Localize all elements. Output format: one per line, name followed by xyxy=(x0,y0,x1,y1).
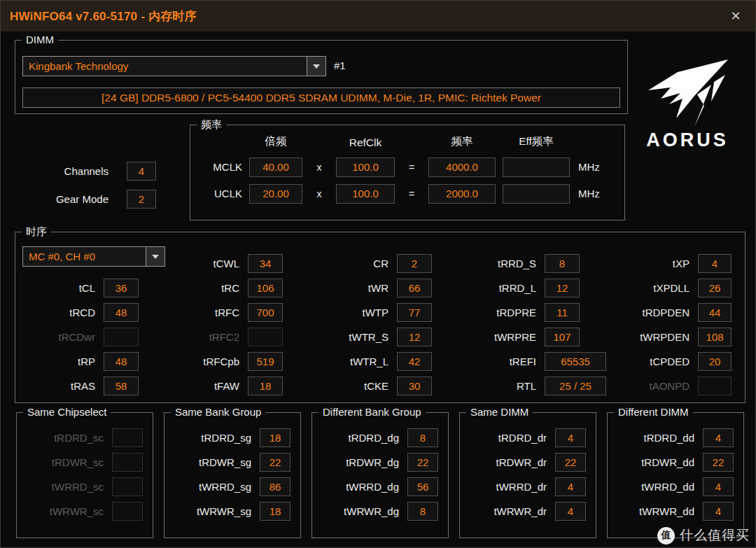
mclk-effective-frequency-value xyxy=(503,157,570,177)
group-title: Different Bank Group xyxy=(318,406,426,418)
timing-value: 519 xyxy=(248,352,283,371)
chevron-down-icon[interactable] xyxy=(146,247,164,266)
timing-cell: tRCD 48 xyxy=(32,303,139,322)
timing-row: tRDRD_sg 18 xyxy=(170,428,290,447)
group-same-bank-group: Same Bank Group tRDRD_sg 18 tRDWR_sg 22 … xyxy=(164,412,301,538)
timing-label: tWRWR_sg xyxy=(170,505,251,517)
timing-label: tWRWR_sc xyxy=(22,505,104,517)
timing-label: tXPDLL xyxy=(626,282,690,294)
group-title: Different DIMM xyxy=(614,406,693,418)
channels-row: Channels 4 xyxy=(40,162,156,181)
timing-label: tWRRD_sc xyxy=(22,481,104,493)
hwinfo-memory-timings-window: HWiNFO64 v7.60-5170 - 内存时序 ✕ DIMM Kingba… xyxy=(0,0,756,548)
timing-column-5: tXP 4 tXPDLL 26 tRDPDEN 44 tWRPDEN 108 t… xyxy=(626,254,732,401)
timing-value: 4 xyxy=(555,477,586,496)
timing-cell: tRFCpb 519 xyxy=(176,352,283,371)
timing-cell: tRP 48 xyxy=(32,352,139,371)
multiply-operator: x xyxy=(309,188,329,199)
timing-label: tWRWR_dg xyxy=(318,505,399,517)
timing-value: 77 xyxy=(397,303,432,322)
timing-row: tRDRD_dd 4 xyxy=(613,428,734,447)
timing-label: tCL xyxy=(32,282,95,294)
timing-value: 4 xyxy=(703,502,734,521)
timing-row: tWRWR_sc xyxy=(22,502,143,521)
timing-label: tRFCpb xyxy=(176,356,239,367)
timing-value xyxy=(112,477,143,496)
timing-row: tWRRD_sg 86 xyxy=(170,477,290,496)
aorus-wordmark: AORUS xyxy=(646,129,729,151)
timing-row: tRDWR_dg 22 xyxy=(318,453,438,472)
timing-value: 34 xyxy=(248,254,283,273)
gear-mode-value: 2 xyxy=(127,190,156,209)
smzdm-watermark-text: 什么值得买 xyxy=(680,526,750,545)
timing-cell: CR 2 xyxy=(326,254,432,273)
timing-value: 8 xyxy=(545,254,580,273)
timing-row: tRDWR_sg 22 xyxy=(170,453,290,472)
frequency-group: 频率 倍频 RefClk 频率 Eff频率 MCLK 40.00 x 100.0… xyxy=(190,125,625,220)
group-same-dimm: Same DIMM tRDRD_dr 4 tRDWR_dr 22 tWRRD_d… xyxy=(459,412,596,538)
timing-label: RTL xyxy=(473,380,536,392)
timing-cell: tRFC2 xyxy=(176,328,283,346)
close-icon[interactable]: ✕ xyxy=(725,6,746,27)
timing-label: tRDWR_dr xyxy=(465,456,547,468)
timing-label: tWRPRE xyxy=(473,331,536,343)
timing-value: 4 xyxy=(703,428,734,447)
timing-cell: tWTR_S 12 xyxy=(326,328,432,346)
mclk-multiplier-value: 40.00 xyxy=(249,157,302,177)
timing-label: tFAW xyxy=(176,380,239,392)
timing-cell: tRDPRE 11 xyxy=(473,303,606,322)
dimm-selector[interactable]: Kingbank Technology xyxy=(22,56,326,76)
timing-value: 56 xyxy=(407,477,438,496)
equals-operator: = xyxy=(402,162,421,173)
timing-value xyxy=(112,453,143,472)
timing-value: 108 xyxy=(698,328,732,346)
timing-value: 30 xyxy=(397,377,432,395)
timing-label: tRFC2 xyxy=(176,331,239,343)
timings-group-label: 时序 xyxy=(22,225,51,239)
timing-row: tWRRD_dd 4 xyxy=(613,477,734,496)
uclk-multiplier-value: 20.00 xyxy=(249,184,302,204)
header-effective-frequency: Eff频率 xyxy=(503,134,570,150)
timing-value: 18 xyxy=(260,428,290,447)
uclk-refclk-value: 100.0 xyxy=(336,184,395,204)
timing-row: tRDWR_sc xyxy=(22,453,143,472)
timing-cell: tRAS 58 xyxy=(32,377,139,395)
timing-cell: tRC 106 xyxy=(176,279,283,297)
timing-row: tRDRD_dg 8 xyxy=(318,428,438,447)
timing-value: 42 xyxy=(397,352,432,371)
timing-cell: tCKE 30 xyxy=(326,377,432,395)
group-different-dimm: Different DIMM tRDRD_dd 4 tRDWR_dd 22 tW… xyxy=(607,412,744,538)
aorus-logo: AORUS xyxy=(633,58,742,151)
timing-label: tRDRD_sg xyxy=(170,432,251,444)
timing-row: tRDWR_dr 22 xyxy=(465,453,586,472)
timing-value: 58 xyxy=(104,377,139,395)
chevron-down-icon[interactable] xyxy=(307,57,326,76)
timing-cell: tXPDLL 26 xyxy=(626,279,732,297)
timing-label: tRRD_L xyxy=(473,282,536,294)
timing-label: tRP xyxy=(32,356,95,367)
timing-cell: tREFI 65535 xyxy=(473,352,606,371)
timing-label: tREFI xyxy=(473,356,536,367)
timing-label: tWRWR_dr xyxy=(465,505,547,517)
header-frequency: 频率 xyxy=(428,134,496,150)
timing-cell: tRDPDEN 44 xyxy=(626,303,732,322)
timing-row: tRDRD_dr 4 xyxy=(465,428,586,447)
timing-row: tRDWR_dd 22 xyxy=(613,453,734,472)
smzdm-watermark: 值 什么值得买 xyxy=(657,526,750,545)
mclk-unit: MHz xyxy=(577,161,612,173)
timing-cell: tCL 36 xyxy=(32,279,139,297)
timing-cell: tWRPRE 107 xyxy=(473,328,606,346)
titlebar[interactable]: HWiNFO64 v7.60-5170 - 内存时序 ✕ xyxy=(1,1,755,31)
timing-label: tWR xyxy=(326,282,388,294)
uclk-effective-frequency-value xyxy=(503,184,570,204)
window-title: HWiNFO64 v7.60-5170 - 内存时序 xyxy=(10,8,197,24)
mclk-frequency-value: 4000.0 xyxy=(428,157,496,177)
timing-row: tWRWR_dd 4 xyxy=(613,502,734,521)
timing-cell: tRFC 700 xyxy=(176,303,283,322)
uclk-frequency-value: 2000.0 xyxy=(428,184,496,204)
group-title: Same Bank Group xyxy=(171,406,265,418)
timing-label: tWRRD_dd xyxy=(613,481,694,493)
timing-row: tWRRD_dr 4 xyxy=(465,477,586,496)
timing-row: tWRRD_dg 56 xyxy=(318,477,438,496)
multiply-operator: x xyxy=(309,162,329,173)
